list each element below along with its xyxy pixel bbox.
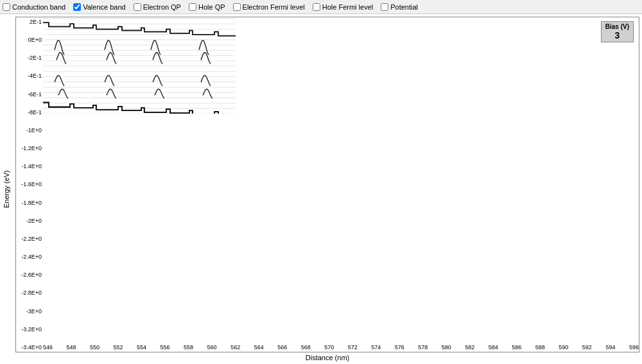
wavefunction-curve [107,53,116,64]
toolbar-item-conduction-band: Conduction band [3,3,65,11]
y-tick: -1.6E+0 [16,181,43,187]
toolbar-item-electron-qp: Electron QP [134,3,181,11]
x-tick: 578 [418,344,428,351]
x-tick: 564 [254,344,264,351]
x-tick: 552 [114,344,123,351]
label-valence-band: Valence band [83,3,125,11]
y-tick-labels: 2E-10E+0-2E-1-4E-1-6E-1-8E-1-1E+0-1.2E+0… [16,17,43,352]
y-tick: -2.8E+0 [16,290,43,296]
y-tick: 0E+0 [16,37,43,43]
label-potential: Potential [390,3,418,11]
x-axis-label: Distance (nm) [13,352,642,364]
wavefunction-curve [107,89,116,98]
x-tick-labels: 5465485505525545565585605625645665685705… [43,344,639,351]
wavefunction-curve [56,53,66,64]
label-electron-qp: Electron QP [143,3,181,11]
checkbox-conduction-band[interactable] [3,3,10,11]
x-tick: 548 [67,344,76,351]
chart-main: Bias (V) 3 2E-10E+0-2E-1-4E-1-6E-1-8E-1-… [13,14,642,364]
y-tick: -2.4E+0 [16,254,43,260]
checkbox-hole-qp[interactable] [189,3,196,11]
x-tick: 588 [535,344,545,351]
toolbar: Conduction bandValence bandElectron QPHo… [0,0,642,14]
wavefunction-curve [153,53,162,64]
x-tick: 556 [160,344,170,351]
wavefunction-curve [55,75,64,85]
y-tick: -8E-1 [16,109,43,116]
x-tick: 560 [207,344,217,351]
checkbox-electron-qp[interactable] [134,3,141,11]
checkbox-potential[interactable] [381,3,388,11]
toolbar-item-electron-fermi: Electron Fermi level [233,3,305,11]
wavefunction-curve [201,75,211,85]
x-tick: 580 [442,344,451,351]
wavefunction-curve [153,75,162,85]
x-tick: 568 [301,344,311,351]
y-tick: -1.4E+0 [16,163,43,169]
label-electron-fermi: Electron Fermi level [243,3,305,11]
x-tick: 590 [559,344,568,351]
label-hole-qp: Hole QP [198,3,225,11]
x-tick: 584 [489,344,498,351]
chart-inner: Bias (V) 3 2E-10E+0-2E-1-4E-1-6E-1-8E-1-… [15,17,639,352]
toolbar-item-hole-fermi: Hole Fermi level [313,3,373,11]
wavefunction-curve [155,89,164,98]
y-tick: -1.2E+0 [16,145,43,152]
bias-value: 3 [605,30,629,40]
toolbar-item-hole-qp: Hole QP [189,3,225,11]
x-tick: 558 [184,344,193,351]
x-tick: 574 [371,344,381,351]
chart-area: Energy (eV) Bias (V) 3 2E-10E+0-2E-1-4E-… [0,14,642,364]
band-path [43,103,236,114]
x-tick: 582 [465,344,474,351]
y-tick: -1.8E+0 [16,200,43,206]
y-tick: -3.2E+0 [16,326,43,333]
y-tick: -4E-1 [16,73,43,79]
x-tick: 546 [43,344,53,351]
x-tick: 566 [277,344,287,351]
wavefunction-curve [201,53,211,64]
wavefunction-curve [105,75,114,85]
x-tick: 562 [230,344,240,351]
y-tick: -2E-1 [16,55,43,61]
checkbox-hole-fermi[interactable] [313,3,320,11]
x-tick: 596 [629,344,639,351]
wavefunction-curve [58,89,68,98]
x-tick: 594 [605,344,615,351]
x-tick: 550 [90,344,100,351]
y-tick: -3.4E+0 [16,344,43,351]
y-tick: -2.2E+0 [16,236,43,242]
y-tick: -2E+0 [16,218,43,224]
y-tick: -1E+0 [16,127,43,134]
bias-box: Bias (V) 3 [601,21,634,42]
y-axis-label: Energy (eV) [0,14,13,364]
y-tick: -2.6E+0 [16,272,43,278]
band-diagram-svg: 7172717271727173747374737473717271727172… [43,17,236,114]
x-tick: 554 [137,344,146,351]
y-tick: -6E-1 [16,91,43,98]
label-conduction-band: Conduction band [12,3,65,11]
x-tick: 572 [348,344,358,351]
label-hole-fermi: Hole Fermi level [322,3,373,11]
x-tick: 570 [324,344,334,351]
x-tick: 592 [582,344,592,351]
y-tick: -3E+0 [16,308,43,315]
y-tick: 2E-1 [16,19,43,25]
toolbar-item-potential: Potential [381,3,418,11]
checkbox-valence-band[interactable] [73,3,81,11]
checkbox-electron-fermi[interactable] [233,3,241,11]
toolbar-item-valence-band: Valence band [73,3,125,11]
bias-label: Bias (V) [605,23,629,30]
app: Conduction bandValence bandElectron QPHo… [0,0,642,364]
x-tick: 576 [395,344,404,351]
wavefunction-curve [203,89,213,98]
x-tick: 586 [512,344,521,351]
